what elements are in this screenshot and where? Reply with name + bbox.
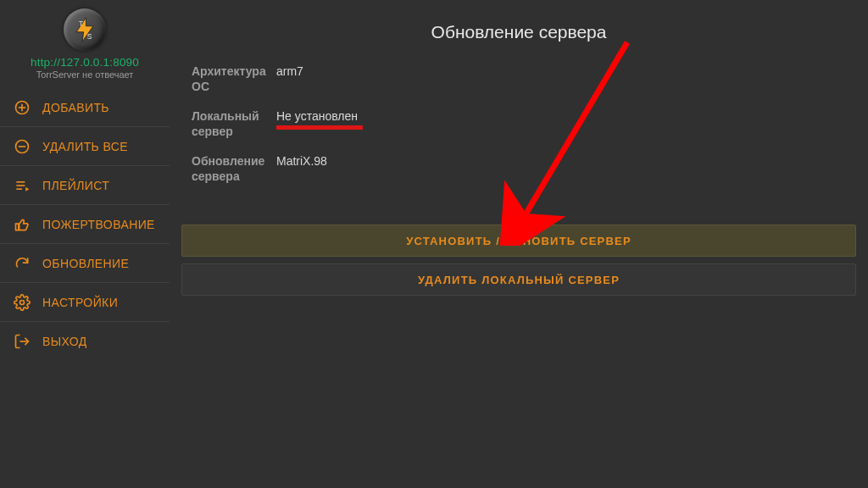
sidebar-item-label: ПОЖЕРТВОВАНИЕ — [42, 218, 155, 231]
sidebar-item-label: НАСТРОЙКИ — [42, 296, 118, 309]
info-value-local: Не установлен — [276, 109, 358, 125]
sidebar-item-update[interactable]: ОБНОВЛЕНИЕ — [0, 244, 170, 283]
info-value-arch: arm7 — [276, 64, 303, 80]
svg-point-11 — [20, 300, 25, 304]
sidebar-item-add[interactable]: ДОБАВИТЬ — [0, 88, 170, 127]
minus-circle-icon — [14, 138, 31, 155]
sidebar-item-donate[interactable]: ПОЖЕРТВОВАНИЕ — [0, 205, 170, 244]
svg-text:S: S — [87, 32, 92, 41]
plus-circle-icon — [14, 99, 31, 116]
playlist-icon — [14, 177, 31, 194]
sidebar-item-label: ВЫХОД — [42, 335, 87, 348]
info-label: Локальный сервер — [192, 109, 276, 139]
sidebar-item-playlist[interactable]: ПЛЕЙЛИСТ — [0, 166, 170, 205]
exit-icon — [14, 333, 31, 350]
server-info: Архитектура ОС arm7 Локальный сервер Не … — [192, 64, 858, 184]
sidebar-item-label: ДОБАВИТЬ — [42, 101, 109, 114]
sidebar: T S http://127.0.0.1:8090 TorrServer не … — [0, 0, 170, 488]
annotation-underline — [276, 125, 363, 130]
info-row-arch: Архитектура ОС arm7 — [192, 64, 858, 94]
action-buttons: УСТАНОВИТЬ / ОБНОВИТЬ СЕРВЕР УДАЛИТЬ ЛОК… — [180, 225, 858, 296]
svg-text:T: T — [79, 19, 83, 28]
sidebar-item-delete-all[interactable]: УДАЛИТЬ ВСЕ — [0, 127, 170, 166]
sidebar-item-settings[interactable]: НАСТРОЙКИ — [0, 283, 170, 322]
sidebar-item-label: УДАЛИТЬ ВСЕ — [42, 140, 128, 153]
svg-marker-10 — [25, 186, 29, 191]
refresh-icon — [14, 255, 31, 272]
server-status: TorrServer не отвечает — [0, 69, 170, 80]
local-status-text: Не установлен — [276, 109, 358, 123]
logo-icon: T S — [64, 8, 106, 51]
main-content: Обновление сервера Архитектура ОС arm7 Л… — [170, 0, 868, 488]
gear-icon — [14, 294, 31, 311]
delete-local-button[interactable]: УДАЛИТЬ ЛОКАЛЬНЫЙ СЕРВЕР — [181, 263, 856, 296]
server-url[interactable]: http://127.0.0.1:8090 — [0, 56, 170, 69]
info-row-local: Локальный сервер Не установлен — [192, 109, 858, 139]
app-logo: T S — [0, 8, 170, 51]
sidebar-menu: ДОБАВИТЬ УДАЛИТЬ ВСЕ ПЛЕЙЛИСТ ПОЖЕРТВОВА… — [0, 88, 170, 361]
info-value-update: MatriX.98 — [276, 154, 327, 169]
install-update-button[interactable]: УСТАНОВИТЬ / ОБНОВИТЬ СЕРВЕР — [181, 225, 856, 257]
page-title: Обновление сервера — [180, 22, 858, 42]
info-label: Архитектура ОС — [192, 64, 276, 94]
sidebar-item-label: ОБНОВЛЕНИЕ — [42, 257, 129, 270]
info-row-update: Обновление сервера MatriX.98 — [192, 154, 858, 184]
sidebar-item-label: ПЛЕЙЛИСТ — [42, 179, 109, 192]
info-label: Обновление сервера — [192, 154, 276, 184]
sidebar-item-exit[interactable]: ВЫХОД — [0, 322, 170, 361]
thumbs-up-icon — [14, 216, 31, 233]
